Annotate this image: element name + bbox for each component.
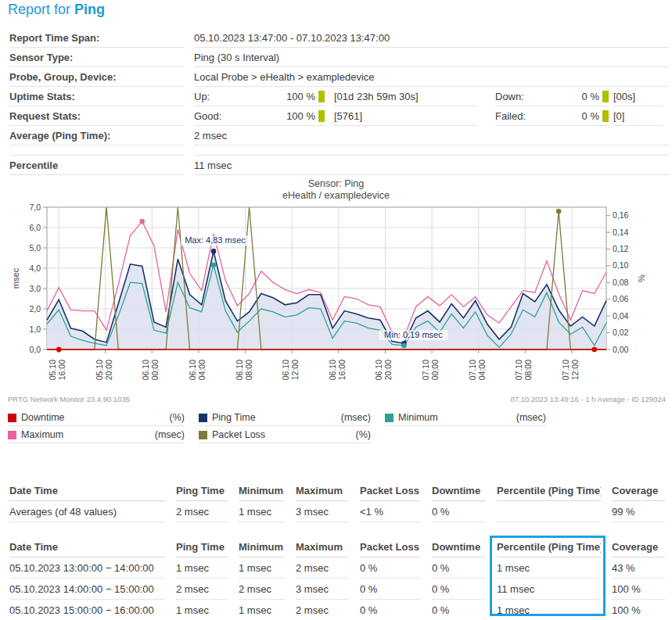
table-header-row: Date TimePing TimeMinimumMaximumPacket L… (9, 478, 672, 501)
y-right-tick-label: 0,14 (613, 228, 629, 237)
x-tick-time: 16:00 (57, 360, 66, 380)
row-label: Probe, Group, Device: (9, 71, 185, 87)
y-right-axis-title: % (637, 274, 646, 282)
x-tick-time: 08:00 (244, 360, 253, 380)
table-cell: 0 % (432, 600, 486, 620)
uptime-down-cell: Down: 0 % (495, 91, 609, 106)
row-sensor-type: Sensor Type: Ping (30 s Interval) (0, 48, 672, 67)
row-average: Average (Ping Time): 2 msec (0, 126, 672, 145)
table-cell: 43 % (612, 557, 665, 579)
x-tick-time: 08:00 (523, 360, 533, 380)
column-header: Percentile (Ping Time) (497, 478, 601, 501)
x-tick-date: 05.10 (95, 360, 104, 380)
row-label: Report Time Span: (9, 32, 185, 48)
minimum-swatch-icon (385, 414, 393, 422)
table-cell: 11 msec (497, 579, 601, 600)
table-row: 05.10.2023 13:00:00 − 14:00:001 msec1 ms… (9, 557, 672, 579)
row-report-time-span: Report Time Span: 05.10.2023 13:47:00 - … (0, 28, 672, 48)
table-cell: 0 % (432, 579, 486, 600)
up-label: Up: (194, 91, 210, 102)
averages-table: Date TimePing TimeMinimumMaximumPacket L… (0, 478, 672, 522)
chart-legend: Downtime (%) Ping Time (msec) Minimum (m… (8, 412, 555, 443)
y-left-tick-label: 1,0 (29, 324, 41, 334)
chart-footer-version: PRTG Network Monitor 23.4.90.1035 (8, 395, 130, 403)
column-header: Ping Time (176, 535, 228, 557)
x-tick-time: 04:00 (477, 360, 487, 380)
table-cell: <1 % (360, 501, 421, 522)
row-probe-group-device: Probe, Group, Device: Local Probe > eHea… (0, 67, 672, 87)
column-header: Packet Loss (360, 478, 421, 501)
column-header: Percentile (Ping Time) (497, 535, 601, 557)
data-point-dot-minimum (401, 343, 407, 349)
legend-unit: (%) (356, 429, 371, 440)
row-label: Percentile (9, 159, 185, 175)
table-row: Averages (of 48 values)2 msec1 msec3 mse… (9, 501, 672, 522)
y-right-tick-label: 0,08 (613, 278, 629, 287)
x-tick-date: 05.10 (48, 360, 57, 380)
downtime-swatch-icon (8, 414, 16, 422)
table-cell: 1 msec (239, 557, 285, 579)
table-cell: 1 msec (497, 557, 601, 579)
request-good-cell: Good: 100 % (194, 110, 325, 126)
x-tick-date: 06.10 (188, 360, 197, 380)
table-cell: 2 msec (239, 579, 285, 600)
column-header: Ping Time (176, 478, 228, 501)
x-tick-date: 07.10 (514, 360, 523, 380)
annotation-label: Max: 4,83 msec (185, 235, 246, 245)
good-percent: 100 % (286, 110, 315, 122)
column-header: Minimum (239, 478, 285, 501)
page-title: Report for Ping (8, 2, 105, 18)
legend-item-packet-loss: Packet Loss (%) (199, 429, 371, 443)
page-title-sensor: Ping (74, 2, 105, 17)
x-tick-date: 06.10 (281, 360, 290, 380)
table-cell: Averages (of 48 values) (9, 501, 165, 522)
page-title-prefix: Report for (8, 2, 74, 17)
legend-label: Downtime (21, 412, 65, 423)
row-label: Average (Ping Time): (9, 130, 185, 145)
legend-label: Minimum (398, 412, 438, 423)
x-tick-time: 00:00 (430, 360, 440, 380)
table-cell: 2 msec (176, 579, 228, 600)
row-value: 05.10.2023 13:47:00 - 07.10.2023 13:47:0… (194, 32, 669, 48)
table-header-row: Date TimePing TimeMinimumMaximumPacket L… (9, 535, 672, 557)
row-value: Ping (30 s Interval) (194, 52, 669, 67)
x-tick-time: 00:00 (150, 360, 160, 380)
column-header: Maximum (296, 535, 349, 557)
table-cell: 1 msec (176, 557, 228, 579)
row-value: 2 msec (194, 130, 669, 145)
table-cell: 1 msec (497, 600, 601, 620)
failed-count: [0] (613, 110, 663, 126)
row-value: 11 msec (194, 159, 669, 175)
x-tick-time: 16:00 (337, 360, 347, 380)
prtg-report-page: Report for Ping Report Time Span: 05.10.… (0, 0, 672, 620)
chart-footer-timestamp: 07.10.2023 13:49:16 - 1 h Average - ID 1… (511, 395, 666, 403)
legend-unit: (msec) (516, 412, 546, 423)
row-label: Sensor Type: (9, 52, 185, 67)
legend-unit: (msec) (341, 412, 371, 423)
row-label: Request Stats: (9, 110, 185, 126)
x-tick-date: 06.10 (328, 360, 337, 380)
failed-percent: 0 % (582, 110, 599, 122)
down-duration: [00s] (613, 91, 663, 106)
table-cell: 3 msec (296, 579, 349, 600)
chart-title: Sensor: Ping eHealth / exampledevice (0, 178, 672, 202)
table-cell: 0 % (360, 600, 421, 620)
row-value: Local Probe > eHealth > exampledevice (194, 71, 669, 87)
x-tick-date: 06.10 (141, 360, 150, 380)
down-status-bar (602, 91, 609, 102)
packet-loss-swatch-icon (199, 431, 207, 439)
y-right-tick-label: 0,06 (613, 294, 629, 303)
y-right-tick-label: 0,10 (613, 260, 629, 270)
table-cell: 2 msec (296, 557, 349, 579)
x-tick-time: 12:00 (290, 360, 300, 380)
table-cell: 99 % (612, 501, 665, 522)
x-tick-time: 20:00 (104, 360, 113, 380)
legend-item-ping-time: Ping Time (msec) (199, 412, 371, 426)
annotation-label: Min: 0,19 msec (384, 330, 443, 339)
legend-item-downtime: Downtime (%) (8, 412, 185, 426)
column-header: Downtime (432, 535, 486, 557)
row-label: Uptime Stats: (9, 91, 185, 106)
data-point-dot-ping (211, 249, 217, 254)
column-header: Maximum (296, 478, 349, 501)
table-cell: 1 msec (176, 600, 228, 620)
